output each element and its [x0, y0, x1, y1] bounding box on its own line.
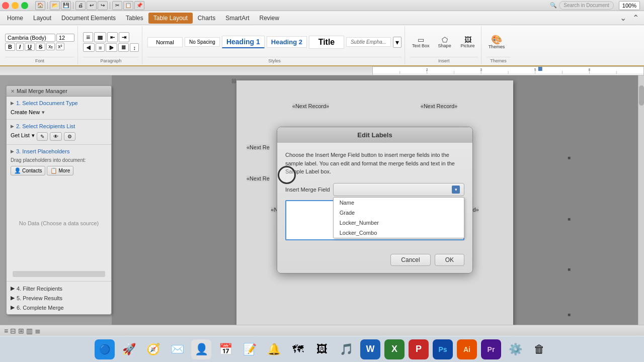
dock-photoshop[interactable]: Ps: [433, 339, 453, 359]
dock-premiere[interactable]: Pr: [481, 339, 501, 359]
dropdown-item-grade[interactable]: Grade: [334, 208, 464, 218]
minimize-button[interactable]: [12, 2, 19, 9]
dock-safari[interactable]: 🧭: [143, 339, 163, 359]
italic-button[interactable]: I: [16, 43, 24, 51]
menu-tables[interactable]: Tables: [121, 13, 148, 24]
dock-calendar[interactable]: 📅: [215, 339, 235, 359]
toolbar-undo[interactable]: ↩: [87, 1, 97, 10]
toolbar-redo[interactable]: ↪: [98, 1, 108, 10]
ribbon-collapse[interactable]: ⌃: [629, 13, 642, 23]
dock-photos[interactable]: 🖼: [312, 339, 332, 359]
menu-review[interactable]: Review: [255, 13, 284, 24]
line-spacing-btn[interactable]: ↕: [130, 43, 139, 52]
style-heading2[interactable]: Heading 2: [267, 36, 307, 48]
section-footer-6[interactable]: ▶ 6. Complete Merge: [11, 303, 107, 312]
dock-launchpad[interactable]: 🚀: [119, 339, 139, 359]
list-bullet-btn[interactable]: ≡: [83, 32, 93, 42]
style-no-spacing[interactable]: No Spacing: [185, 37, 220, 47]
themes-btn[interactable]: 🎨 Themes: [487, 34, 507, 50]
dock-word[interactable]: W: [360, 339, 380, 359]
insert-merge-dropdown[interactable]: ▾: [333, 183, 464, 196]
underline-button[interactable]: U: [25, 43, 35, 51]
vertical-scrollbar[interactable]: [638, 75, 644, 325]
menu-table-layout[interactable]: Table Layout: [148, 13, 193, 24]
toolbar-save[interactable]: 💾: [61, 1, 71, 10]
style-normal[interactable]: Normal: [147, 37, 183, 47]
status-icon-3[interactable]: ⊞: [18, 327, 24, 335]
tab-contacts[interactable]: 👤 Contacts: [11, 166, 45, 175]
menu-doc-elements[interactable]: Document Elements: [56, 13, 121, 24]
subscript-button[interactable]: x₂: [46, 43, 55, 50]
status-icon-2[interactable]: ⊟: [10, 327, 16, 335]
dock-maps[interactable]: 🗺: [288, 339, 308, 359]
scrollbar-thumb[interactable]: [639, 85, 644, 106]
search-bar[interactable]: Search in Document: [559, 1, 614, 10]
dock-system-prefs[interactable]: ⚙️: [505, 339, 525, 359]
toolbar-open[interactable]: 📂: [50, 1, 60, 10]
dropdown-item-locker-combo[interactable]: Locker_Combo: [334, 228, 464, 238]
styles-more-btn[interactable]: ▾: [393, 37, 401, 48]
dock-contacts[interactable]: 👤: [191, 339, 211, 359]
toolbar-print[interactable]: 🖨: [75, 1, 86, 10]
menu-home[interactable]: Home: [2, 13, 28, 24]
tab-more[interactable]: 📋 More: [47, 166, 73, 175]
align-left-btn[interactable]: ⫷: [83, 43, 95, 52]
style-heading1[interactable]: Heading 1: [222, 36, 265, 48]
menu-smartart[interactable]: SmartArt: [220, 13, 254, 24]
recipients-edit-btn[interactable]: ✎: [37, 132, 48, 141]
toolbar-cut[interactable]: ✂: [112, 1, 122, 10]
superscript-button[interactable]: x²: [56, 43, 64, 50]
section-header-3[interactable]: ▶ 3. Insert Placeholders: [11, 147, 107, 156]
align-right-btn[interactable]: ⫸: [106, 43, 117, 52]
section-footer-4[interactable]: ▶ 4. Filter Recipients: [11, 284, 107, 293]
ribbon-expand[interactable]: ⌄: [617, 13, 629, 23]
panel-close-icon[interactable]: ✕: [11, 88, 15, 94]
dock-excel[interactable]: X: [384, 339, 405, 359]
style-title[interactable]: Title: [309, 36, 344, 49]
insert-picture-btn[interactable]: 🖼 Picture: [458, 35, 478, 49]
section-header-1[interactable]: ▶ 1. Select Document Type: [11, 99, 107, 108]
ok-button[interactable]: OK: [435, 254, 464, 266]
insert-textbox-btn[interactable]: ▭ Text Box: [410, 35, 432, 49]
menu-charts[interactable]: Charts: [193, 13, 220, 24]
strikethrough-button[interactable]: S: [36, 43, 45, 51]
zoom-level[interactable]: 100%: [619, 1, 640, 10]
status-icon-1[interactable]: ≡: [4, 327, 8, 335]
menu-layout[interactable]: Layout: [28, 13, 56, 24]
font-size-select[interactable]: [56, 34, 74, 42]
dock-notes[interactable]: 📝: [239, 339, 260, 359]
align-justify-btn[interactable]: ≣: [118, 43, 129, 52]
indent-more-btn[interactable]: ⇥: [119, 32, 129, 42]
section-footer-5[interactable]: ▶ 5. Preview Results: [11, 293, 107, 303]
status-icon-4[interactable]: ▥: [26, 327, 33, 335]
dock-finder[interactable]: 🔵: [95, 339, 115, 359]
section-header-2[interactable]: ▶ 2. Select Recipients List: [11, 122, 107, 131]
list-number-btn[interactable]: ≣: [94, 32, 106, 42]
toolbar-paste[interactable]: 📌: [134, 1, 144, 10]
align-center-btn[interactable]: ≡: [96, 43, 105, 52]
dropdown-item-name[interactable]: Name: [334, 198, 464, 208]
indent-less-btn[interactable]: ⇤: [107, 32, 118, 42]
svg-text:2: 2: [426, 68, 428, 71]
recipients-view-btn[interactable]: 👁: [50, 132, 62, 141]
dropdown-item-locker-number[interactable]: Locker_Number: [334, 218, 464, 228]
panel-scrollbar[interactable]: [13, 271, 105, 277]
dock-powerpoint[interactable]: P: [409, 339, 429, 359]
dock-itunes[interactable]: 🎵: [336, 339, 356, 359]
dock-trash[interactable]: 🗑: [529, 339, 549, 359]
maximize-button[interactable]: [21, 2, 28, 9]
close-button[interactable]: [2, 2, 9, 9]
toolbar-new[interactable]: 🏠: [35, 1, 45, 10]
panel-section-doc-type: ▶ 1. Select Document Type Create New ▾: [7, 97, 111, 120]
font-family-select[interactable]: [5, 34, 55, 42]
cancel-button[interactable]: Cancel: [390, 254, 430, 266]
dock-illustrator[interactable]: Ai: [457, 339, 477, 359]
status-icon-5[interactable]: ≣: [35, 327, 41, 335]
dock-mail[interactable]: ✉️: [167, 339, 187, 359]
recipients-filter-btn[interactable]: ⚙: [64, 132, 75, 141]
dock-reminders[interactable]: 🔔: [264, 339, 284, 359]
toolbar-copy[interactable]: 📋: [123, 1, 133, 10]
style-subtle[interactable]: Subtle Empha...: [346, 37, 391, 47]
insert-shape-btn[interactable]: ⬠ Shape: [435, 35, 455, 49]
bold-button[interactable]: B: [5, 43, 15, 51]
